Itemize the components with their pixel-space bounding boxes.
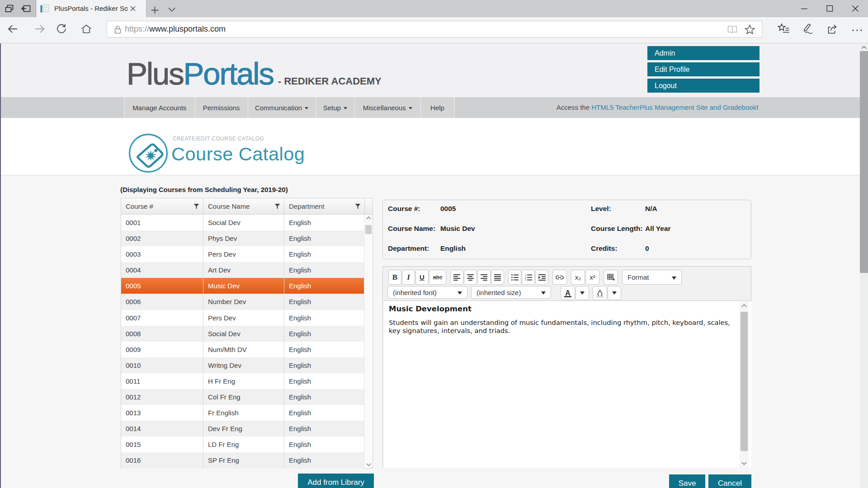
grid-scrollbar[interactable] [364,215,373,468]
bold-button[interactable]: B [388,270,401,285]
nav-item-setup[interactable]: Setup [316,97,355,118]
table-row[interactable]: 0016SP Fr EngEnglish [121,452,364,468]
account-button-edit-profile[interactable]: Edit Profile [647,62,760,76]
back-color-caret-button[interactable] [608,286,621,300]
italic-button[interactable]: I [402,270,415,285]
subscript-button[interactable]: x₂ [571,270,585,285]
table-row[interactable]: 0015LD Fr EngEnglish [121,436,364,452]
editor-scrollbar[interactable] [740,301,749,468]
table-row[interactable]: 0010Writng DevEnglish [121,357,364,373]
page-scrollbar-thumb[interactable] [860,51,868,273]
editor-scrollbar-thumb[interactable] [741,312,748,451]
reading-view-icon[interactable] [727,25,738,34]
teacherplus-link[interactable]: HTML5 TeacherPlus Management Site and Gr… [591,103,756,111]
back-color-button[interactable] [593,286,607,300]
superscript-button[interactable]: x² [585,270,599,285]
window-maximize-button[interactable] [825,5,835,12]
page-scrollbar[interactable] [860,43,868,488]
filter-funnel-icon[interactable] [193,204,199,209]
grid-scrollbar-thumb[interactable] [365,225,372,234]
strikethrough-button[interactable]: abc [429,270,446,285]
table-row[interactable]: 0004Art DevEnglish [121,262,364,278]
insert-table-button[interactable] [604,270,618,285]
bullet-list-button[interactable] [508,270,521,285]
refresh-icon[interactable] [56,23,67,34]
favorite-star-icon[interactable] [745,24,755,34]
table-cell: English [284,389,364,405]
table-row[interactable]: 0002Phys DevEnglish [121,230,364,246]
grid-column-header-department[interactable]: Department [284,198,365,214]
new-tab-button[interactable] [151,6,159,14]
grid-scroll-down-icon[interactable] [366,463,371,466]
banner-title: Course Catalog [171,143,305,165]
cancel-button[interactable]: Cancel [708,474,751,488]
detail-label: Course #: [388,205,440,213]
save-button[interactable]: Save [669,474,705,488]
tab-close-icon[interactable] [130,6,136,11]
url-input[interactable]: https://www.plusportals.com [107,21,762,38]
underline-button[interactable]: U [415,270,429,285]
nav-item-communication[interactable]: Communication [248,97,316,118]
forward-icon[interactable] [34,23,45,34]
home-icon[interactable] [81,23,92,34]
text-color-button[interactable]: A [561,286,575,300]
window-minimize-button[interactable] [799,5,809,12]
favorites-hub-icon[interactable] [778,23,790,34]
editor-content[interactable]: Music Development Students will gain an … [383,300,751,468]
table-row[interactable]: 0001Social DevEnglish [121,215,364,230]
subscript-label: x₂ [575,273,581,281]
account-button-logout[interactable]: Logout [647,79,760,93]
justify-button[interactable] [491,270,504,285]
table-row[interactable]: 0003Pers DevEnglish [121,246,364,262]
table-cell: 0003 [121,246,203,262]
table-row[interactable]: 0012Col Fr EngEnglish [121,389,364,405]
nav-item-miscellaneous[interactable]: Miscellaneous [354,97,420,118]
account-button-admin[interactable]: Admin [647,46,760,60]
logo-portals: Portals [183,56,273,92]
filter-funnel-icon[interactable] [274,204,280,209]
window-close-button[interactable] [850,5,860,12]
displaying-note: (Displaying Courses from Scheduling Year… [120,186,288,193]
add-from-library-button[interactable]: Add from Library [298,474,374,488]
format-dropdown[interactable]: Format [622,270,682,285]
table-row[interactable]: 0014Dev Fr EngEnglish [121,421,364,436]
restore-tabs-icon[interactable] [20,4,31,13]
align-left-button[interactable] [450,270,463,285]
text-color-caret-button[interactable] [576,286,589,300]
web-note-pen-icon[interactable] [802,23,814,34]
editor-scroll-down-icon[interactable] [741,461,747,465]
grid-column-header-course-[interactable]: Course # [121,198,203,214]
back-icon[interactable] [7,23,19,34]
table-row[interactable]: 0006Number DevEnglish [121,294,364,310]
table-row[interactable]: 0013Fr EnglishEnglish [121,405,364,421]
grid-column-header-course-name[interactable]: Course Name [203,198,284,214]
detail-field: Course Length:All Year [591,225,671,233]
indent-button[interactable] [535,270,548,285]
table-row[interactable]: 0008Social DevEnglish [121,326,364,342]
share-icon[interactable] [826,23,838,34]
align-right-button[interactable] [477,270,491,285]
nav-item-permissions[interactable]: Permissions [195,97,248,118]
browser-tab[interactable]: PlusPortals - Rediker So [36,0,146,17]
size-dropdown[interactable]: (inherited size) [471,286,551,299]
align-center-button[interactable] [464,270,477,285]
more-menu-icon[interactable] [852,29,863,32]
grid-scroll-up-icon[interactable] [366,216,371,220]
set-tabs-aside-icon[interactable] [5,4,14,13]
editor-scroll-up-icon[interactable] [741,304,747,308]
table-row[interactable]: 0011H Fr EngEnglish [121,373,364,389]
nav-item-help[interactable]: Help [420,97,455,118]
font-dropdown[interactable]: (inherited font) [387,286,467,299]
nav-item-manage-accounts[interactable]: Manage Accounts [124,97,195,118]
numbered-list-button[interactable]: 123 [522,270,535,285]
detail-value: N/A [645,205,657,213]
table-cell: 0015 [121,436,203,452]
table-row[interactable]: 0005Music DevEnglish [121,278,364,294]
tab-list-chevron-icon[interactable] [168,7,175,12]
table-row[interactable]: 0007Pers DevEnglish [121,310,364,326]
insert-link-button[interactable] [552,270,567,285]
page-scroll-up-icon[interactable] [860,43,868,51]
filter-funnel-icon[interactable] [355,204,361,209]
table-row[interactable]: 0009Num/Mth DVEnglish [121,342,364,357]
table-cell: Col Fr Eng [203,389,284,405]
